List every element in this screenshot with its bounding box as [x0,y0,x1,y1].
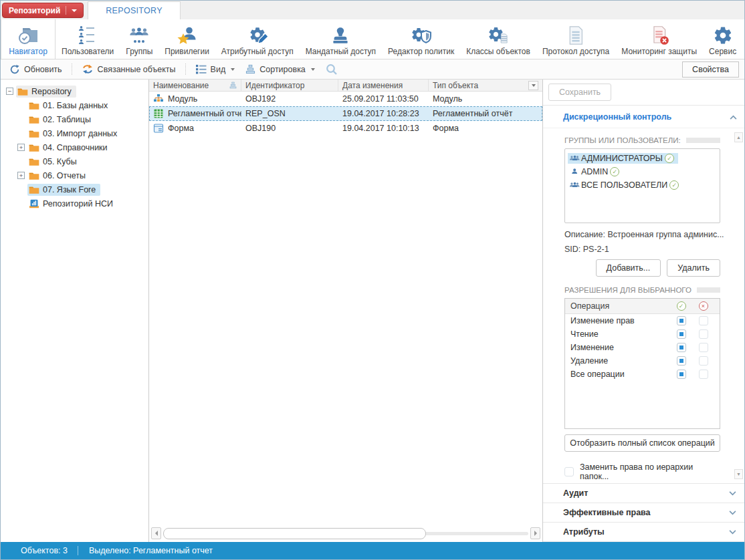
table-row[interactable]: Форма OBJ190 19.04.2017 10:10:13 Форма [149,121,542,136]
ribbon-item-attribute-access[interactable]: Атрибутный доступ [215,19,300,59]
tab-repository[interactable]: REPOSITORY [88,1,181,19]
ribbon-item-groups[interactable]: Группы [120,19,158,59]
table-row[interactable]: Модуль OBJ192 25.09.2017 11:03:50 Модуль [149,92,542,106]
tree-item-repository[interactable]: − Repository [1,84,148,98]
scroll-right-button[interactable] [530,527,540,539]
button-divider [66,6,66,15]
replace-permissions-option[interactable]: Заменить права по иерархии папок... [564,462,720,481]
ribbon-item-label: Мандатный доступ [306,47,376,56]
tree-item-tables[interactable]: 02. Таблицы [1,112,148,126]
show-full-operations-button[interactable]: Отобразить полный список операций [564,434,720,452]
column-header-name[interactable]: Наименование [149,80,241,91]
member-row-administrators[interactable]: АДМИНИСТРАТОРЫ ✓ [568,152,717,165]
ribbon-item-service[interactable]: Сервис [703,19,742,59]
allow-checkbox[interactable] [677,329,686,339]
allow-checkbox[interactable] [677,356,686,366]
toolbar-separator [72,63,72,75]
privileges-icon [177,23,197,45]
operations-header: Операция ✓ × [565,299,720,314]
scroll-up-button[interactable]: ▲ [734,132,743,142]
tree-item-label: 01. Базы данных [43,101,108,110]
ribbon-item-policy-editor[interactable]: Редактор политик [382,19,460,59]
tree-item-databases[interactable]: 01. Базы данных [1,98,148,112]
tree-item-cubes[interactable]: 05. Кубы [1,154,148,168]
expand-expander-icon[interactable]: + [17,172,25,179]
ribbon-item-security-monitoring[interactable]: Мониторинг защиты [615,19,703,59]
member-row-admin[interactable]: ADMIN ✓ [568,165,717,178]
add-member-button[interactable]: Добавить... [596,259,661,277]
ribbon-item-access-log[interactable]: Протокол доступа [536,19,615,59]
member-name: ADMIN [581,167,608,176]
scroll-left-button[interactable] [151,527,161,539]
vertical-scrollbar[interactable]: ▲ ▼ [734,132,743,479]
ribbon-item-users[interactable]: Пользователи [56,19,120,59]
ribbon-item-label: Навигатор [9,47,47,56]
deny-checkbox[interactable] [699,356,708,366]
scroll-down-button[interactable]: ▼ [734,469,743,479]
ribbon-item-label: Протокол доступа [542,47,609,56]
search-button[interactable] [321,61,342,78]
column-header-modified[interactable]: Дата изменения [338,80,429,91]
related-objects-label: Связанные объекты [98,65,176,74]
deny-checkbox[interactable] [699,329,708,339]
refresh-button[interactable]: Обновить [5,62,67,77]
section-attributes[interactable]: Атрибуты [543,523,744,542]
scrollbar-track[interactable] [163,532,528,535]
table-row-selected[interactable]: Регламентный отчет REP_OSN 19.04.2017 10… [149,106,542,121]
save-button[interactable]: Сохранить [548,84,611,101]
replace-permissions-checkbox[interactable] [564,467,574,476]
tree-item-nsi-repository[interactable]: Репозиторий НСИ [1,196,148,211]
label-rule [686,138,720,143]
section-effective-rights[interactable]: Эффективные права [543,503,744,523]
allow-checkbox[interactable] [677,316,686,325]
deny-checkbox[interactable] [699,343,708,352]
scrollbar-thumb[interactable] [163,528,426,539]
object-list-panel: Наименование Идентификатор Дата изменени… [149,80,543,542]
operation-row: Все операции [565,368,720,381]
tree-item-fore-language[interactable]: 07. Язык Fore [1,182,148,196]
delete-member-button[interactable]: Удалить [667,259,720,277]
deny-checkbox[interactable] [699,316,708,325]
ribbon-item-navigator[interactable]: Навигатор [1,19,56,59]
view-dropdown-button[interactable]: Вид [191,62,240,76]
collapse-expander-icon[interactable]: − [6,88,13,95]
object-modified: 25.09.2017 11:03:50 [338,94,429,104]
chevron-up-icon [730,115,737,120]
allow-checkbox[interactable] [677,370,686,379]
column-filter-button[interactable] [528,81,538,90]
column-header-identifier[interactable]: Идентификатор [241,80,338,91]
ribbon-item-mandatory-access[interactable]: Мандатный доступ [300,19,382,59]
deny-checkbox[interactable] [699,370,708,379]
horizontal-scrollbar[interactable] [151,527,540,539]
expand-expander-icon[interactable]: + [17,144,25,151]
folder-icon [17,87,28,96]
label-rule [697,287,720,293]
repository-menu-button[interactable]: Репозиторий [2,3,84,18]
form-icon [153,123,164,134]
column-header-type[interactable]: Тип объекта [429,80,542,91]
granted-check-icon: ✓ [610,167,619,176]
object-type: Регламентный отчёт [429,109,542,118]
tree-item-reports[interactable]: + 06. Отчеты [1,168,148,182]
operation-name: Изменение [570,343,670,352]
section-audit[interactable]: Аудит [543,484,744,503]
object-modified: 19.04.2017 10:28:23 [338,109,429,118]
tree-item-data-import[interactable]: 03. Импорт данных [1,126,148,140]
selection-info: Выделено: Регламентный отчет [78,546,223,555]
sort-dropdown-button[interactable]: Сортировка [241,62,320,76]
object-id: REP_OSN [241,109,338,118]
ribbon-item-object-classes[interactable]: Классы объектов [460,19,536,59]
folder-icon [29,157,39,166]
properties-button[interactable]: Свойства [682,61,739,78]
application-window: Репозиторий REPOSITORY Навигатор Пользов… [0,0,745,560]
related-objects-button[interactable]: Связанные объекты [77,61,181,77]
section-discretionary-control[interactable]: Дискреционный контроль [543,106,744,128]
tree-item-label: 07. Язык Fore [43,185,96,194]
ribbon-item-privileges[interactable]: Привилегии [158,19,215,59]
member-row-all-users[interactable]: ВСЕ ПОЛЬЗОВАТЕЛИ ✓ [568,178,717,192]
object-modified: 19.04.2017 10:10:13 [338,124,429,133]
allow-checkbox[interactable] [677,343,686,352]
members-listbox[interactable]: АДМИНИСТРАТОРЫ ✓ ADMIN ✓ [564,148,720,223]
sort-pyramid-icon [245,64,255,74]
tree-item-dictionaries[interactable]: + 04. Справочники [1,140,148,154]
